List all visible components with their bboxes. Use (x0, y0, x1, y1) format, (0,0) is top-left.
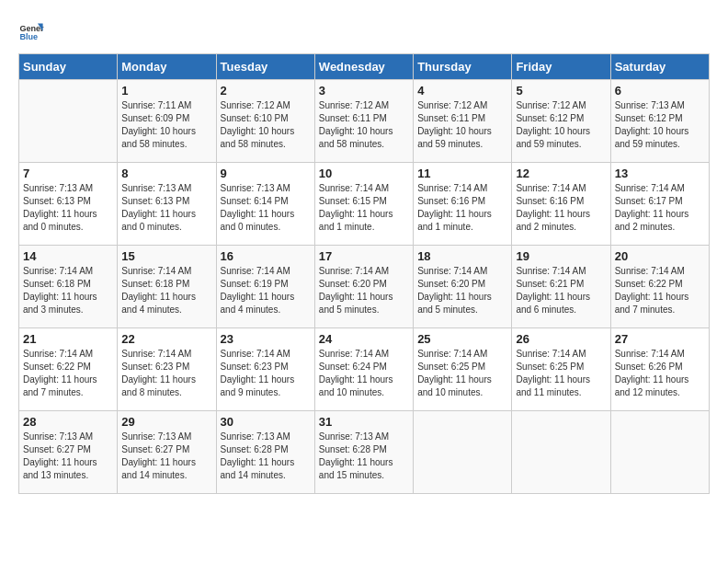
calendar-cell (610, 411, 709, 494)
calendar-header-row: SundayMondayTuesdayWednesdayThursdayFrid… (19, 54, 710, 80)
day-number: 23 (221, 332, 311, 346)
calendar-cell (414, 411, 512, 494)
day-info: Sunrise: 7:14 AM Sunset: 6:18 PM Dayligh… (121, 265, 211, 316)
day-info: Sunrise: 7:13 AM Sunset: 6:12 PM Dayligh… (615, 99, 705, 151)
day-info: Sunrise: 7:12 AM Sunset: 6:11 PM Dayligh… (319, 99, 409, 151)
day-info: Sunrise: 7:12 AM Sunset: 6:12 PM Dayligh… (516, 99, 606, 151)
day-number: 19 (516, 249, 606, 263)
calendar-cell: 26Sunrise: 7:14 AM Sunset: 6:25 PM Dayli… (512, 328, 610, 411)
calendar-cell: 17Sunrise: 7:14 AM Sunset: 6:20 PM Dayli… (314, 246, 413, 328)
day-info: Sunrise: 7:14 AM Sunset: 6:18 PM Dayligh… (23, 265, 113, 316)
day-info: Sunrise: 7:13 AM Sunset: 6:14 PM Dayligh… (221, 182, 311, 234)
col-header-tuesday: Tuesday (216, 54, 314, 80)
calendar-cell: 13Sunrise: 7:14 AM Sunset: 6:17 PM Dayli… (610, 163, 709, 246)
col-header-monday: Monday (118, 54, 216, 80)
day-number: 15 (121, 249, 211, 263)
day-number: 4 (417, 84, 507, 98)
day-info: Sunrise: 7:14 AM Sunset: 6:21 PM Dayligh… (516, 265, 606, 316)
calendar-cell: 16Sunrise: 7:14 AM Sunset: 6:19 PM Dayli… (216, 246, 314, 328)
day-number: 5 (516, 84, 606, 98)
col-header-friday: Friday (512, 54, 610, 80)
day-info: Sunrise: 7:13 AM Sunset: 6:13 PM Dayligh… (23, 182, 113, 234)
calendar-cell: 25Sunrise: 7:14 AM Sunset: 6:25 PM Dayli… (414, 328, 512, 411)
day-info: Sunrise: 7:13 AM Sunset: 6:27 PM Dayligh… (121, 431, 211, 482)
calendar-week-row: 21Sunrise: 7:14 AM Sunset: 6:22 PM Dayli… (19, 328, 710, 411)
day-number: 9 (221, 167, 311, 180)
day-info: Sunrise: 7:14 AM Sunset: 6:24 PM Dayligh… (319, 348, 409, 399)
calendar-cell: 10Sunrise: 7:14 AM Sunset: 6:15 PM Dayli… (314, 163, 413, 246)
calendar-cell: 8Sunrise: 7:13 AM Sunset: 6:13 PM Daylig… (118, 163, 216, 246)
calendar-week-row: 7Sunrise: 7:13 AM Sunset: 6:13 PM Daylig… (19, 163, 710, 246)
day-info: Sunrise: 7:12 AM Sunset: 6:11 PM Dayligh… (417, 99, 507, 151)
col-header-wednesday: Wednesday (314, 54, 413, 80)
day-number: 20 (615, 249, 705, 263)
day-info: Sunrise: 7:11 AM Sunset: 6:09 PM Dayligh… (121, 99, 211, 151)
calendar-cell: 23Sunrise: 7:14 AM Sunset: 6:23 PM Dayli… (216, 328, 314, 411)
day-info: Sunrise: 7:13 AM Sunset: 6:28 PM Dayligh… (221, 431, 311, 482)
day-number: 6 (615, 84, 705, 98)
col-header-thursday: Thursday (414, 54, 512, 80)
calendar-cell: 19Sunrise: 7:14 AM Sunset: 6:21 PM Dayli… (512, 246, 610, 328)
day-number: 30 (221, 415, 311, 429)
logo-icon: General Blue (18, 18, 44, 44)
calendar-cell: 28Sunrise: 7:13 AM Sunset: 6:27 PM Dayli… (19, 411, 118, 494)
calendar-cell: 3Sunrise: 7:12 AM Sunset: 6:11 PM Daylig… (314, 80, 413, 163)
day-info: Sunrise: 7:14 AM Sunset: 6:19 PM Dayligh… (221, 265, 311, 316)
col-header-saturday: Saturday (610, 54, 709, 80)
calendar-cell: 12Sunrise: 7:14 AM Sunset: 6:16 PM Dayli… (512, 163, 610, 246)
day-info: Sunrise: 7:14 AM Sunset: 6:17 PM Dayligh… (615, 182, 705, 234)
calendar-cell: 2Sunrise: 7:12 AM Sunset: 6:10 PM Daylig… (216, 80, 314, 163)
day-info: Sunrise: 7:14 AM Sunset: 6:25 PM Dayligh… (417, 348, 507, 399)
calendar-cell: 30Sunrise: 7:13 AM Sunset: 6:28 PM Dayli… (216, 411, 314, 494)
day-info: Sunrise: 7:14 AM Sunset: 6:23 PM Dayligh… (121, 348, 211, 399)
calendar-cell: 6Sunrise: 7:13 AM Sunset: 6:12 PM Daylig… (610, 80, 709, 163)
calendar-week-row: 1Sunrise: 7:11 AM Sunset: 6:09 PM Daylig… (19, 80, 710, 163)
day-number: 27 (615, 332, 705, 346)
day-number: 14 (23, 249, 113, 263)
day-info: Sunrise: 7:14 AM Sunset: 6:22 PM Dayligh… (23, 348, 113, 399)
calendar-cell: 1Sunrise: 7:11 AM Sunset: 6:09 PM Daylig… (118, 80, 216, 163)
calendar-cell (19, 80, 118, 163)
day-number: 29 (121, 415, 211, 429)
day-number: 18 (417, 249, 507, 263)
calendar-cell: 21Sunrise: 7:14 AM Sunset: 6:22 PM Dayli… (19, 328, 118, 411)
day-info: Sunrise: 7:12 AM Sunset: 6:10 PM Dayligh… (221, 99, 311, 151)
calendar-cell: 14Sunrise: 7:14 AM Sunset: 6:18 PM Dayli… (19, 246, 118, 328)
day-info: Sunrise: 7:13 AM Sunset: 6:13 PM Dayligh… (121, 182, 211, 234)
day-number: 25 (417, 332, 507, 346)
day-info: Sunrise: 7:14 AM Sunset: 6:16 PM Dayligh… (417, 182, 507, 234)
day-number: 1 (121, 84, 211, 98)
calendar-cell: 20Sunrise: 7:14 AM Sunset: 6:22 PM Dayli… (610, 246, 709, 328)
day-number: 17 (319, 249, 409, 263)
day-info: Sunrise: 7:14 AM Sunset: 6:22 PM Dayligh… (615, 265, 705, 316)
day-info: Sunrise: 7:14 AM Sunset: 6:15 PM Dayligh… (319, 182, 409, 234)
calendar-cell: 4Sunrise: 7:12 AM Sunset: 6:11 PM Daylig… (414, 80, 512, 163)
day-number: 13 (615, 167, 705, 180)
day-info: Sunrise: 7:14 AM Sunset: 6:16 PM Dayligh… (516, 182, 606, 234)
day-number: 10 (319, 167, 409, 180)
day-number: 12 (516, 167, 606, 180)
day-info: Sunrise: 7:14 AM Sunset: 6:20 PM Dayligh… (417, 265, 507, 316)
calendar-cell: 24Sunrise: 7:14 AM Sunset: 6:24 PM Dayli… (314, 328, 413, 411)
day-number: 24 (319, 332, 409, 346)
calendar-cell: 9Sunrise: 7:13 AM Sunset: 6:14 PM Daylig… (216, 163, 314, 246)
svg-text:Blue: Blue (19, 32, 38, 41)
calendar-cell: 11Sunrise: 7:14 AM Sunset: 6:16 PM Dayli… (414, 163, 512, 246)
day-number: 3 (319, 84, 409, 98)
calendar-cell: 7Sunrise: 7:13 AM Sunset: 6:13 PM Daylig… (19, 163, 118, 246)
calendar-cell (512, 411, 610, 494)
day-info: Sunrise: 7:14 AM Sunset: 6:25 PM Dayligh… (516, 348, 606, 399)
day-number: 7 (23, 167, 113, 180)
calendar-week-row: 14Sunrise: 7:14 AM Sunset: 6:18 PM Dayli… (19, 246, 710, 328)
day-info: Sunrise: 7:14 AM Sunset: 6:20 PM Dayligh… (319, 265, 409, 316)
day-number: 2 (221, 84, 311, 98)
calendar-cell: 27Sunrise: 7:14 AM Sunset: 6:26 PM Dayli… (610, 328, 709, 411)
day-number: 22 (121, 332, 211, 346)
day-number: 31 (319, 415, 409, 429)
page-header: General Blue (18, 18, 710, 44)
day-info: Sunrise: 7:13 AM Sunset: 6:28 PM Dayligh… (319, 431, 409, 482)
calendar-cell: 31Sunrise: 7:13 AM Sunset: 6:28 PM Dayli… (314, 411, 413, 494)
day-info: Sunrise: 7:13 AM Sunset: 6:27 PM Dayligh… (23, 431, 113, 482)
day-number: 16 (221, 249, 311, 263)
calendar-week-row: 28Sunrise: 7:13 AM Sunset: 6:27 PM Dayli… (19, 411, 710, 494)
